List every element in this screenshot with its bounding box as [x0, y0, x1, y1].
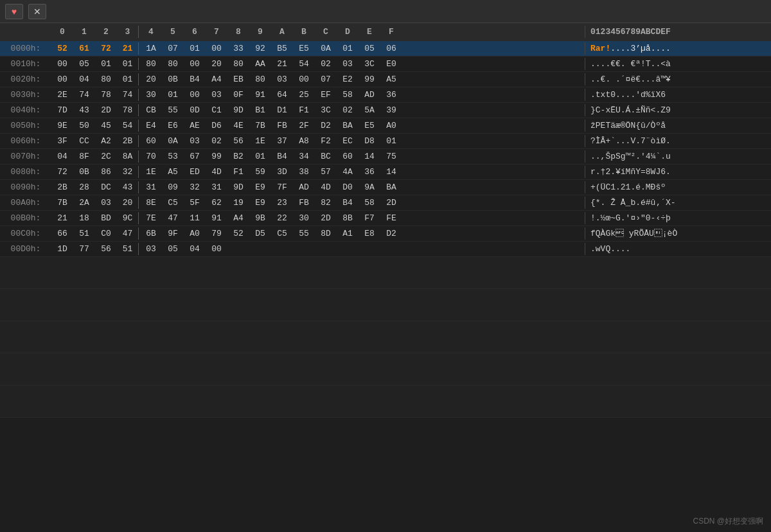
- hex-byte-8-12[interactable]: 57: [315, 166, 337, 178]
- hex-byte-11-12[interactable]: 2D: [315, 212, 337, 224]
- hex-byte-3-7[interactable]: 03: [206, 89, 227, 101]
- hex-byte-3-8[interactable]: 0F: [227, 89, 249, 101]
- hex-byte-7-1[interactable]: 8F: [73, 150, 95, 163]
- hex-byte-13-4[interactable]: 03: [140, 243, 162, 255]
- hex-byte-10-4[interactable]: 8E: [140, 197, 162, 209]
- hex-byte-3-1[interactable]: 74: [73, 89, 95, 101]
- hex-byte-9-13[interactable]: D0: [337, 181, 359, 193]
- hex-byte-4-13[interactable]: 02: [337, 104, 359, 116]
- hex-byte-2-3[interactable]: 01: [117, 73, 139, 85]
- hex-row-3[interactable]: 0030h:2E747874300100030F916425EF58AD36.t…: [0, 87, 771, 103]
- hex-byte-0-14[interactable]: 05: [359, 42, 380, 55]
- hex-byte-8-11[interactable]: 38: [293, 166, 315, 178]
- hex-byte-3-5[interactable]: 01: [162, 89, 184, 101]
- hex-byte-1-5[interactable]: 80: [162, 58, 184, 70]
- hex-byte-6-7[interactable]: 02: [206, 135, 227, 147]
- hex-byte-6-1[interactable]: CC: [73, 135, 95, 147]
- hex-byte-9-5[interactable]: 09: [162, 181, 184, 193]
- hex-byte-1-12[interactable]: 02: [315, 58, 337, 70]
- hex-byte-0-4[interactable]: 1A: [140, 42, 162, 55]
- hex-byte-13-1[interactable]: 77: [73, 243, 95, 255]
- hex-byte-13-13[interactable]: [337, 243, 359, 255]
- hex-byte-10-14[interactable]: 58: [359, 197, 380, 209]
- hex-byte-6-6[interactable]: 03: [184, 135, 206, 147]
- hex-byte-3-4[interactable]: 30: [140, 89, 162, 101]
- hex-byte-2-10[interactable]: 03: [271, 73, 293, 85]
- hex-byte-12-8[interactable]: 52: [227, 227, 249, 240]
- hex-byte-0-11[interactable]: E5: [293, 42, 315, 55]
- hex-byte-9-10[interactable]: 7F: [271, 181, 293, 193]
- hex-byte-10-3[interactable]: 20: [117, 197, 139, 209]
- hex-byte-0-8[interactable]: 33: [227, 42, 249, 55]
- hex-byte-12-15[interactable]: D2: [380, 227, 402, 240]
- hex-byte-2-5[interactable]: 0B: [162, 73, 184, 85]
- hex-byte-13-3[interactable]: 51: [117, 243, 139, 255]
- hex-byte-9-8[interactable]: 9D: [227, 181, 249, 193]
- hex-byte-6-13[interactable]: EC: [337, 135, 359, 147]
- hex-byte-12-4[interactable]: 6B: [140, 227, 162, 240]
- hex-byte-4-12[interactable]: 3C: [315, 104, 337, 116]
- hex-byte-11-15[interactable]: FE: [380, 212, 402, 224]
- hex-byte-11-8[interactable]: A4: [227, 212, 249, 224]
- hex-byte-1-7[interactable]: 20: [206, 58, 227, 70]
- hex-byte-0-15[interactable]: 06: [380, 42, 402, 55]
- hex-byte-1-2[interactable]: 01: [95, 58, 117, 70]
- hex-byte-11-4[interactable]: 7E: [140, 212, 162, 224]
- hex-byte-5-2[interactable]: 45: [95, 120, 117, 132]
- hex-byte-11-11[interactable]: 30: [293, 212, 315, 224]
- hex-byte-2-0[interactable]: 00: [51, 73, 73, 85]
- hex-byte-7-6[interactable]: 67: [184, 150, 206, 163]
- hex-byte-1-10[interactable]: 21: [271, 58, 293, 70]
- hex-byte-13-0[interactable]: 1D: [51, 243, 73, 255]
- close-button[interactable]: ✕: [28, 4, 46, 19]
- hex-byte-4-8[interactable]: 9D: [227, 104, 249, 116]
- hex-byte-4-15[interactable]: 39: [380, 104, 402, 116]
- hex-row-1[interactable]: 0010h:000501018080002080AA215402033CE0..…: [0, 57, 771, 72]
- hex-byte-11-6[interactable]: 11: [184, 212, 206, 224]
- hex-byte-9-7[interactable]: 31: [206, 181, 227, 193]
- hex-row-9[interactable]: 0090h:2B28DC43310932319DE97FAD4DD09ABA+(…: [0, 180, 771, 195]
- hex-byte-11-7[interactable]: 91: [206, 212, 227, 224]
- hex-byte-7-10[interactable]: B4: [271, 150, 293, 163]
- hex-byte-8-2[interactable]: 86: [95, 166, 117, 178]
- hex-byte-12-6[interactable]: A0: [184, 227, 206, 240]
- hex-row-10[interactable]: 00A0h:7B2A03208EC55F6219E923FB82B4582D{*…: [0, 195, 771, 211]
- hex-byte-1-14[interactable]: 3C: [359, 58, 380, 70]
- hex-byte-8-15[interactable]: 14: [380, 166, 402, 178]
- hex-byte-0-13[interactable]: 01: [337, 42, 359, 55]
- hex-byte-13-8[interactable]: [227, 243, 249, 255]
- hex-row-8[interactable]: 0080h:720B86321EA5ED4DF1593D38574A3614r.…: [0, 164, 771, 180]
- hex-row-13[interactable]: 00D0h:1D77565103050400.wVQ....: [0, 242, 771, 257]
- hex-byte-10-0[interactable]: 7B: [51, 197, 73, 209]
- hex-byte-10-6[interactable]: 5F: [184, 197, 206, 209]
- hex-byte-13-5[interactable]: 05: [162, 243, 184, 255]
- hex-byte-8-1[interactable]: 0B: [73, 166, 95, 178]
- hex-byte-8-13[interactable]: 4A: [337, 166, 359, 178]
- hex-byte-0-7[interactable]: 00: [206, 42, 227, 55]
- hex-byte-12-12[interactable]: 8D: [315, 227, 337, 240]
- hex-byte-13-6[interactable]: 04: [184, 243, 206, 255]
- hex-byte-9-11[interactable]: AD: [293, 181, 315, 193]
- hex-byte-3-14[interactable]: AD: [359, 89, 380, 101]
- hex-byte-12-5[interactable]: 9F: [162, 227, 184, 240]
- hex-byte-6-11[interactable]: A8: [293, 135, 315, 147]
- hex-byte-13-10[interactable]: [271, 243, 293, 255]
- hex-byte-1-4[interactable]: 80: [140, 58, 162, 70]
- hex-byte-4-7[interactable]: C1: [206, 104, 227, 116]
- hex-byte-1-0[interactable]: 00: [51, 58, 73, 70]
- hex-byte-8-3[interactable]: 32: [117, 166, 139, 178]
- hex-byte-2-9[interactable]: 80: [249, 73, 271, 85]
- hex-byte-5-9[interactable]: 7B: [249, 120, 271, 132]
- hex-byte-11-2[interactable]: BD: [95, 212, 117, 224]
- hex-byte-3-9[interactable]: 91: [249, 89, 271, 101]
- hex-byte-12-14[interactable]: E8: [359, 227, 380, 240]
- hex-byte-6-3[interactable]: 2B: [117, 135, 139, 147]
- hex-byte-10-13[interactable]: B4: [337, 197, 359, 209]
- hex-byte-3-12[interactable]: EF: [315, 89, 337, 101]
- hex-byte-7-3[interactable]: 8A: [117, 150, 139, 163]
- hex-byte-4-5[interactable]: 55: [162, 104, 184, 116]
- hex-byte-13-9[interactable]: [249, 243, 271, 255]
- hex-byte-5-3[interactable]: 54: [117, 120, 139, 132]
- hex-row-0[interactable]: 0000h:526172211A0701003392B5E50A010506Ra…: [0, 41, 771, 57]
- hex-byte-8-14[interactable]: 36: [359, 166, 380, 178]
